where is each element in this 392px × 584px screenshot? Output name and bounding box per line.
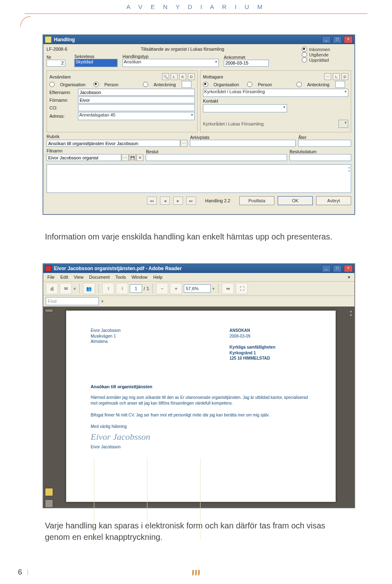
menu-view[interactable]: View (74, 275, 84, 280)
caption-1: Information om varje enskilda handling k… (45, 231, 347, 242)
menu-edit[interactable]: Edit (60, 275, 68, 280)
label-kontakt: Kontakt (203, 98, 218, 103)
mot-radio-anteckning[interactable] (296, 82, 302, 87)
rubrik-input[interactable] (47, 140, 180, 147)
mot-radio-person[interactable] (247, 82, 252, 87)
handlingstyp-select[interactable]: Ansökan (122, 59, 219, 67)
ater-input[interactable] (298, 140, 351, 147)
doc-close-icon[interactable]: × (348, 275, 350, 280)
avs-radio-anteckning[interactable] (143, 82, 148, 87)
filnamn-input[interactable] (47, 154, 121, 161)
avs-radio-person[interactable] (94, 82, 99, 87)
find-input[interactable]: Find (46, 297, 99, 305)
search-icon[interactable]: 🔍 (162, 73, 169, 80)
avs-radio-organisation[interactable] (49, 82, 55, 87)
fullscreen-icon[interactable]: ⛶ (236, 283, 248, 294)
mini-L-r[interactable]: L (333, 73, 340, 80)
mini-L[interactable]: L (171, 73, 178, 80)
comments-panel-icon[interactable] (45, 488, 53, 496)
zoom-input[interactable]: 57,6% (184, 284, 211, 293)
label-sekretess: Sekretess (74, 54, 119, 59)
mottagare-extra-dd[interactable] (339, 120, 348, 128)
reader-close-button[interactable]: × (344, 265, 353, 272)
menu-file[interactable]: File (47, 275, 55, 280)
nav-first-icon[interactable]: ⏮ (147, 197, 157, 205)
fornamn-input[interactable] (78, 96, 195, 103)
page-number-input[interactable]: 1 (130, 284, 142, 293)
postlista-button[interactable]: Postlista (239, 196, 274, 205)
efternamn-input[interactable] (78, 89, 195, 96)
menu-window[interactable]: Window (131, 275, 147, 280)
decoration-line (200, 458, 200, 539)
co-input[interactable] (78, 104, 195, 111)
page-up-icon[interactable]: ⬆ (102, 283, 114, 294)
mini-D-r[interactable]: D (341, 73, 348, 80)
mot-anteckning-input[interactable] (335, 81, 345, 88)
print-icon[interactable]: 🖨 (46, 283, 58, 294)
beslutsdatum-input[interactable] (290, 154, 351, 161)
mot-radio-organisation[interactable] (203, 82, 208, 87)
mottagare-select[interactable]: Kyrkorådet i Lukas Församling (203, 89, 348, 97)
app-icon (45, 36, 51, 43)
avbryt-button[interactable]: Avbryt (316, 196, 351, 205)
radio-upprattad[interactable] (302, 57, 307, 63)
pdf-page: Eivor Jacobsson Musikvägen 1 Almstena AN… (66, 311, 336, 502)
radio-inkommen[interactable] (302, 47, 307, 52)
nav-prev-icon[interactable]: ◄ (160, 197, 170, 205)
ellipsis-icon[interactable]: ⋯ (324, 73, 331, 80)
label-adress: Adress: (49, 114, 78, 119)
close-button[interactable]: × (344, 36, 353, 43)
radio-utgaende[interactable] (302, 52, 307, 57)
rubrik-more-icon[interactable]: ⋯ (180, 140, 187, 147)
footer-logo-icon (192, 569, 200, 577)
delete-icon[interactable]: ✕ (136, 154, 143, 161)
email-icon[interactable]: ✉ (60, 283, 72, 294)
collab-icon[interactable]: 👥 (83, 283, 95, 294)
pdf-title: Ansökan till organisttjänsten (91, 384, 311, 389)
ok-button[interactable]: OK (278, 196, 313, 205)
reader-maximize-button[interactable]: □ (333, 265, 342, 272)
adress-select[interactable]: Annedalsgatan 45 (78, 112, 195, 120)
case-title: Tillsättande av organist i Lukas församl… (141, 47, 224, 51)
maximize-button[interactable]: □ (333, 36, 342, 43)
handling-window: Handling _ □ × LF-2008-6 Tillsättande av… (43, 35, 355, 215)
filnamn-browse-icon[interactable]: ⋯ (122, 154, 129, 161)
label-filnamn: Filnamn (47, 148, 143, 153)
reader-window: Eivor Jacobsson organiststjänsten.pdf - … (43, 264, 355, 508)
minimize-button[interactable]: _ (322, 36, 331, 43)
page-total: 1 (147, 286, 149, 291)
menu-help[interactable]: Help (153, 275, 163, 280)
mini-D[interactable]: D (188, 73, 195, 80)
label-rubrik: Rubrik (47, 134, 187, 139)
save-icon[interactable]: 💾 (129, 154, 136, 161)
beslut-input[interactable] (146, 154, 287, 161)
page-header: A V E N Y D I A R I U M (0, 0, 392, 10)
nav-next-icon[interactable]: ► (173, 197, 183, 205)
label-nr: Nr (47, 55, 71, 60)
page-viewport[interactable]: Eivor Jacobsson Musikvägen 1 Almstena AN… (55, 307, 354, 508)
menu-tools[interactable]: Tools (116, 275, 126, 280)
zoom-out-icon[interactable]: − (156, 283, 168, 294)
sekretess-select[interactable]: Skyddad (74, 59, 118, 67)
nr-input[interactable] (47, 60, 65, 67)
nav-rail (43, 307, 55, 508)
find-dropdown-icon[interactable]: ▾ (101, 299, 104, 304)
pages-panel-icon[interactable] (45, 309, 53, 312)
attachments-panel-icon[interactable] (45, 499, 53, 508)
reader-titlebar: Eivor Jacobsson organiststjänsten.pdf - … (43, 264, 354, 273)
kontakt-select[interactable] (203, 104, 287, 112)
pdf-icon (45, 265, 51, 272)
fit-width-icon[interactable]: ⇔ (222, 283, 234, 294)
menu-document[interactable]: Document (89, 275, 109, 280)
label-beslut: Beslut (146, 149, 287, 154)
notes-area[interactable] (47, 164, 351, 193)
page-down-icon[interactable]: ⬇ (116, 283, 128, 294)
zoom-in-icon[interactable]: + (170, 283, 182, 294)
mini-K[interactable]: K (179, 73, 186, 80)
nav-last-icon[interactable]: ⏭ (186, 197, 196, 205)
avs-anteckning-input[interactable] (182, 81, 192, 88)
arkivplats-input[interactable] (190, 140, 296, 147)
corner-ornament (20, 16, 31, 27)
ankommet-input[interactable] (224, 60, 269, 67)
reader-minimize-button[interactable]: _ (322, 265, 331, 272)
